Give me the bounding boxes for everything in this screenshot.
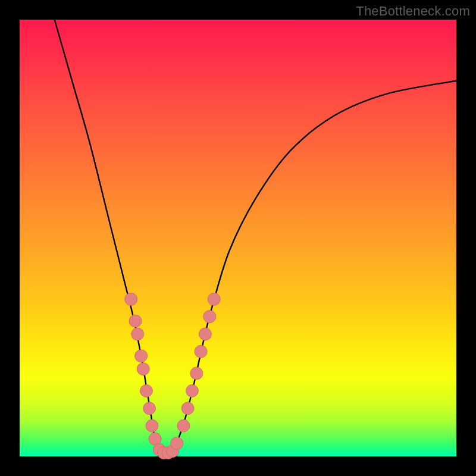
curve-svg [20, 20, 456, 456]
highlight-dot [177, 419, 190, 432]
highlight-dot [195, 345, 207, 358]
highlight-dot [125, 293, 137, 305]
highlight-dot [149, 433, 161, 445]
highlight-dot [129, 315, 142, 327]
highlight-dot [171, 437, 183, 450]
highlight-dot [135, 350, 148, 362]
highlight-dot [140, 384, 152, 397]
bottleneck-curve [55, 20, 456, 457]
highlight-dot [146, 419, 158, 432]
highlight-dot [199, 328, 211, 340]
highlight-dot [203, 311, 216, 323]
highlight-dot [181, 402, 194, 415]
chart-frame: TheBottleneck.com [0, 0, 476, 476]
highlight-dot [137, 363, 149, 375]
highlight-dot [143, 402, 156, 415]
highlight-dot [186, 384, 198, 397]
highlight-dot [131, 328, 144, 340]
highlight-dot [190, 367, 203, 380]
plot-area [20, 20, 456, 456]
highlight-dots-group [125, 293, 220, 459]
highlight-dot [208, 293, 220, 305]
watermark-text: TheBottleneck.com [356, 4, 470, 19]
